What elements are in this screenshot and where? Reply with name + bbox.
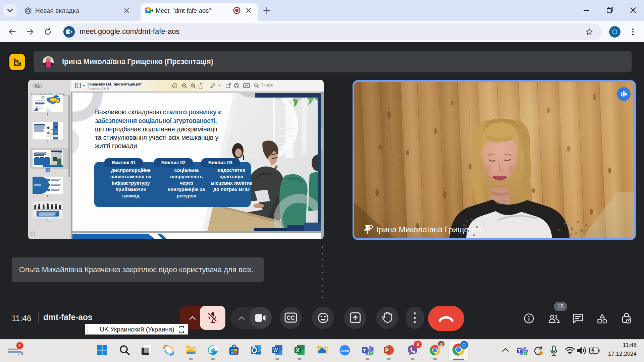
svg-text:до потреб ВПО: до потреб ВПО	[213, 187, 250, 192]
svg-text:ресурси: ресурси	[177, 193, 197, 198]
svg-text:приймаючих: приймаючих	[115, 187, 146, 192]
svg-text:житті громади: житті громади	[95, 142, 137, 149]
svg-text:інфраструктуру: інфраструктуру	[112, 180, 150, 186]
svg-text:конкуренцію за: конкуренцію за	[168, 187, 205, 192]
svg-text:місцевих політик: місцевих політик	[211, 180, 252, 186]
svg-text:забезпечення соціальної згурто: забезпечення соціальної згуртованості,	[95, 117, 217, 124]
svg-text:та стимулювання участі всіх ме: та стимулювання участі всіх мешканців у	[95, 134, 219, 141]
svg-text:Виклик 02: Виклик 02	[161, 160, 185, 165]
svg-text:недостатня: недостатня	[218, 168, 245, 173]
svg-text:навантаження на: навантаження на	[110, 174, 152, 179]
svg-text:соціальна: соціальна	[174, 168, 199, 173]
svg-text:громад: громад	[122, 193, 139, 198]
svg-text:Виклик 03: Виклик 03	[208, 160, 232, 165]
svg-text:напруженість: напруженість	[170, 174, 203, 179]
svg-text:що передбачає подолання дискри: що передбачає подолання дискримінації	[95, 125, 218, 133]
svg-text:zoom: zoom	[341, 349, 349, 352]
svg-text:Важливою складовою сталого роз: Важливою складовою сталого розвитку є	[95, 108, 222, 116]
svg-text:Виклик 01: Виклик 01	[112, 160, 136, 165]
svg-text:через: через	[180, 180, 194, 186]
svg-text:адаптація: адаптація	[220, 174, 244, 179]
svg-text:диспропорційне: диспропорційне	[111, 168, 151, 173]
